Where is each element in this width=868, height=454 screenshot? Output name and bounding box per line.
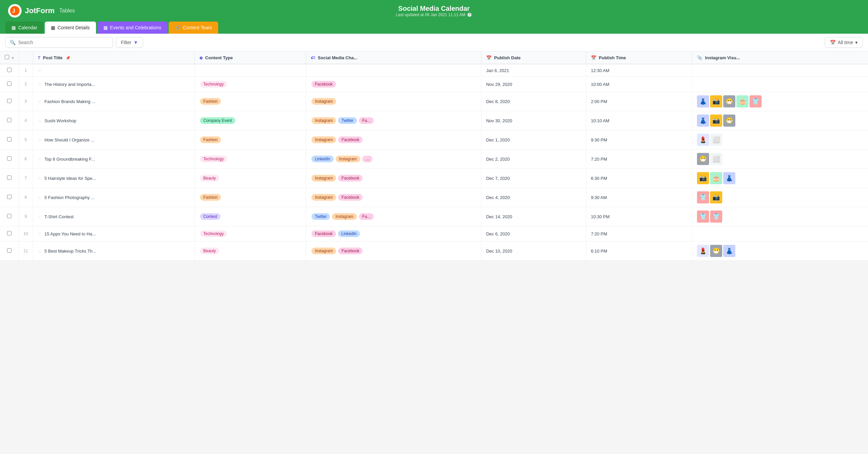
- tabs-bar: ▦ Calendar ▦ Content Details ▦ Events an…: [0, 22, 868, 34]
- star-icon[interactable]: ☆: [38, 231, 42, 236]
- publish-date-cell: Dec 6, 2020: [481, 226, 586, 241]
- publish-time-cell: 7:20 PM: [586, 226, 692, 241]
- star-icon[interactable]: ☆: [38, 68, 42, 73]
- thumbnail: 😷: [710, 245, 722, 257]
- jotform-logo-icon: J: [8, 4, 22, 18]
- table-body: 1☆Jan 6, 202112:30 AM2☆The History and I…: [0, 64, 868, 261]
- social-channel-tag: Twitter: [338, 117, 356, 124]
- th-publish-date: 📅 Publish Date: [481, 52, 586, 64]
- star-icon[interactable]: ☆: [38, 82, 42, 87]
- row-checkbox[interactable]: [7, 156, 11, 161]
- row-checkbox[interactable]: [7, 68, 11, 72]
- header-center: Social Media Calendar Last updated at 06…: [396, 5, 472, 17]
- social-channel-tag: Fa...: [359, 213, 374, 220]
- thumbnail: 😷: [723, 95, 735, 108]
- content-type-cell: [194, 64, 306, 77]
- social-channel-cell: InstagramTwitterFa...: [306, 111, 482, 130]
- publish-date-cell: Dec 1, 2020: [481, 130, 586, 150]
- post-title-cell: ☆T-Shirt Contest: [33, 207, 194, 226]
- table-row: 3☆Fashion Brands Making ...FashionInstag…: [0, 92, 868, 111]
- tab-content-details[interactable]: ▦ Content Details: [45, 22, 96, 34]
- content-type-tag: Technology: [200, 230, 227, 237]
- instagram-visuals-cell: 💄😷👗: [692, 241, 868, 261]
- th-checkbox: ▾: [0, 52, 19, 64]
- row-number: 7: [19, 169, 33, 188]
- row-checkbox-cell: [0, 150, 19, 169]
- row-checkbox[interactable]: [7, 231, 11, 235]
- thumbnail: 👕: [749, 95, 762, 108]
- row-number: 6: [19, 150, 33, 169]
- star-icon[interactable]: ☆: [38, 214, 42, 219]
- search-input[interactable]: [18, 40, 109, 45]
- content-type-tag: Technology: [200, 81, 227, 88]
- row-number: 2: [19, 77, 33, 92]
- filter-label: Filter: [121, 40, 131, 45]
- toolbar: 🔍 Filter ▼ 📅 All time ▾: [0, 34, 868, 52]
- row-checkbox-cell: [0, 130, 19, 150]
- star-icon[interactable]: ☆: [38, 138, 42, 143]
- star-icon[interactable]: ☆: [38, 248, 42, 253]
- row-checkbox[interactable]: [7, 137, 11, 142]
- row-checkbox[interactable]: [7, 176, 11, 180]
- social-channel-tag: ...: [362, 156, 372, 162]
- row-checkbox-cell: [0, 64, 19, 77]
- table-row: 2☆The History and Importa...TechnologyFa…: [0, 77, 868, 92]
- star-icon[interactable]: ☆: [38, 99, 42, 104]
- select-all-checkbox[interactable]: [5, 55, 9, 59]
- calendar3-icon: 📅: [591, 55, 596, 60]
- thumbnail: ⬜: [710, 153, 722, 165]
- row-checkbox[interactable]: [7, 99, 11, 103]
- star-icon[interactable]: ☆: [38, 157, 42, 162]
- instagram-visuals-cell: [692, 64, 868, 77]
- row-number: 10: [19, 226, 33, 241]
- toolbar-right: 📅 All time ▾: [825, 37, 863, 48]
- row-checkbox[interactable]: [7, 214, 11, 218]
- logo-area: J JotForm Tables: [8, 4, 75, 18]
- social-channel-cell: [306, 64, 482, 77]
- row-checkbox[interactable]: [7, 118, 11, 122]
- main-table: ▾ T Post Title 📌 ◆ Content Type 🏷 Social…: [0, 52, 868, 261]
- row-checkbox-cell: [0, 207, 19, 226]
- calendar-tab-icon: ▦: [11, 25, 16, 30]
- thumbnail: 📸: [697, 172, 709, 184]
- thumbnail: 👗: [723, 245, 735, 257]
- social-media-label: Social Media Cha...: [318, 55, 358, 60]
- social-channel-tag: Instagram: [311, 137, 336, 143]
- star-icon[interactable]: ☆: [38, 195, 42, 200]
- thumbnail: 📸: [710, 115, 722, 127]
- tab-calendar[interactable]: ▦ Calendar: [5, 22, 43, 34]
- content-type-tag: Technology: [200, 156, 227, 162]
- star-icon[interactable]: ☆: [38, 176, 42, 181]
- instagram-visuals-cell: 👕📸: [692, 188, 868, 207]
- row-checkbox[interactable]: [7, 248, 11, 252]
- content-details-tab-icon: ▦: [51, 25, 55, 30]
- instagram-visuals-cell: 💄⬜: [692, 130, 868, 150]
- search-box[interactable]: 🔍: [5, 37, 113, 48]
- header: J JotForm Tables Social Media Calendar L…: [0, 0, 868, 22]
- alltime-label: All time: [838, 40, 853, 45]
- publish-time-cell: 9:30 PM: [586, 130, 692, 150]
- table-row: 11☆5 Best Makeup Tricks Th...BeautyInsta…: [0, 241, 868, 261]
- publish-time-cell: 10:10 AM: [586, 111, 692, 130]
- filter-button[interactable]: Filter ▼: [116, 37, 143, 48]
- publish-time-cell: 12:30 AM: [586, 64, 692, 77]
- row-checkbox[interactable]: [7, 82, 11, 86]
- instagram-visuals-cell: [692, 226, 868, 241]
- calendar-icon: 📅: [830, 40, 836, 45]
- row-checkbox[interactable]: [7, 195, 11, 199]
- alltime-button[interactable]: 📅 All time ▾: [825, 37, 863, 48]
- tab-events[interactable]: ▦ Events and Celebrations: [97, 22, 168, 34]
- publish-time-cell: 2:00 PM: [586, 92, 692, 111]
- chevron-down-icon: ▾: [855, 40, 858, 45]
- content-type-tag: Fashion: [200, 137, 221, 143]
- table-row: 10☆15 Apps You Need to Ha...TechnologyFa…: [0, 226, 868, 241]
- content-type-cell: Fashion: [194, 188, 306, 207]
- tab-content-team[interactable]: 🔗 Content Team: [169, 22, 218, 34]
- star-icon[interactable]: ☆: [38, 118, 42, 123]
- row-number: 5: [19, 130, 33, 150]
- publish-date-cell: Nov 30, 2020: [481, 111, 586, 130]
- table-row: 5☆How Should I Organize ...FashionInstag…: [0, 130, 868, 150]
- row-number: 4: [19, 111, 33, 130]
- post-title-text: Fashion Brands Making ...: [44, 99, 95, 104]
- content-type-tag: Fashion: [200, 194, 221, 201]
